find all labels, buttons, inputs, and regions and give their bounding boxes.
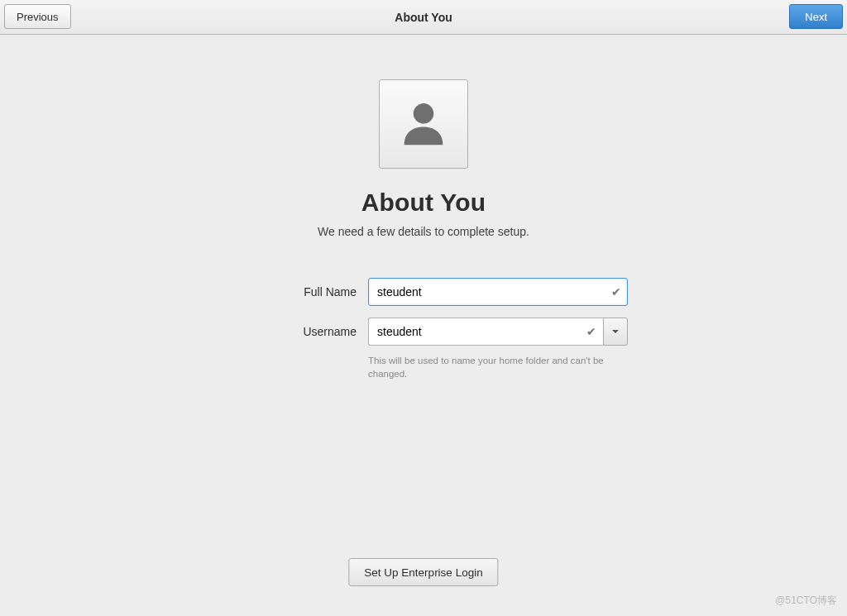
user-icon bbox=[395, 94, 452, 155]
next-button[interactable]: Next bbox=[789, 4, 843, 29]
svg-point-0 bbox=[414, 103, 434, 123]
full-name-label: Full Name bbox=[219, 285, 368, 298]
header-bar: Previous About You Next bbox=[0, 0, 847, 35]
main-content: About You We need a few details to compl… bbox=[0, 35, 847, 380]
username-row: Username ✔ bbox=[219, 318, 628, 346]
about-you-form: Full Name ✔ Username ✔ This will be bbox=[219, 278, 628, 380]
username-dropdown-button[interactable] bbox=[603, 318, 628, 346]
full-name-input-wrap: ✔ bbox=[368, 278, 628, 306]
full-name-row: Full Name ✔ bbox=[219, 278, 628, 306]
enterprise-login-button[interactable]: Set Up Enterprise Login bbox=[348, 558, 498, 586]
username-input[interactable] bbox=[368, 318, 603, 346]
full-name-input[interactable] bbox=[368, 278, 628, 306]
username-hint: This will be used to name your home fold… bbox=[368, 354, 628, 380]
username-combo: ✔ bbox=[368, 318, 628, 346]
avatar-picker[interactable] bbox=[379, 79, 468, 169]
watermark-text: @51CTO博客 bbox=[775, 594, 837, 608]
username-label: Username bbox=[219, 325, 368, 338]
previous-button[interactable]: Previous bbox=[4, 4, 71, 29]
page-title: About You bbox=[361, 189, 486, 217]
header-title: About You bbox=[395, 11, 452, 24]
page-subtitle: We need a few details to complete setup. bbox=[318, 225, 529, 238]
chevron-down-icon bbox=[611, 325, 620, 338]
username-input-wrap: ✔ bbox=[368, 318, 603, 346]
